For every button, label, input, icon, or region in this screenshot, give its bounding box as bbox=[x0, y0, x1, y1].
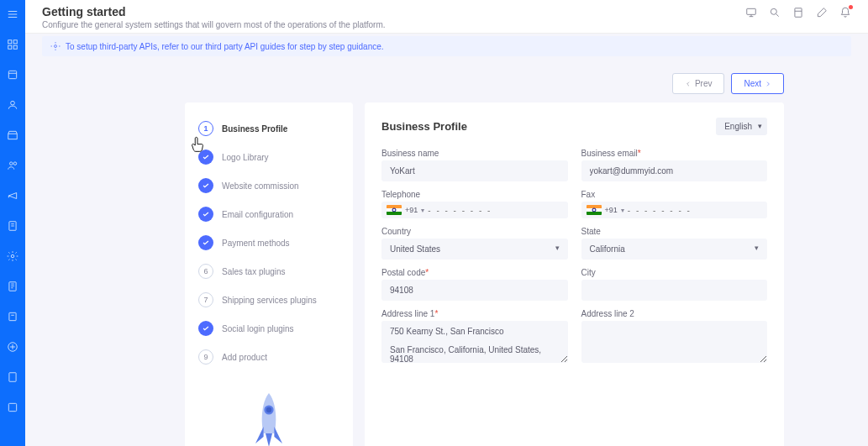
step-9[interactable]: 9Add product bbox=[198, 349, 339, 365]
sidebar-blog-icon[interactable] bbox=[5, 309, 20, 324]
sidebar-import-icon[interactable] bbox=[5, 339, 20, 354]
sidebar-promo-icon[interactable] bbox=[5, 188, 20, 203]
flag-icon-india bbox=[387, 205, 402, 215]
check-icon bbox=[198, 207, 213, 222]
step-label: Logo Library bbox=[222, 153, 269, 162]
check-icon bbox=[198, 150, 213, 165]
svg-rect-17 bbox=[795, 8, 802, 18]
label-business-email: Business email* bbox=[581, 149, 768, 158]
business-email-input[interactable] bbox=[581, 160, 768, 181]
step-label: Email configuration bbox=[222, 210, 293, 219]
address2-textarea[interactable] bbox=[581, 321, 768, 363]
svg-rect-2 bbox=[8, 45, 12, 49]
svg-rect-3 bbox=[13, 45, 17, 49]
check-icon bbox=[198, 178, 213, 193]
chevron-down-icon[interactable]: ▾ bbox=[621, 207, 624, 214]
step-1[interactable]: 1Business Profile bbox=[198, 121, 339, 136]
telephone-input[interactable]: +91 ▾ bbox=[381, 202, 568, 218]
label-fax: Fax bbox=[581, 190, 768, 199]
calculator-icon[interactable] bbox=[792, 7, 804, 18]
page-title: Getting started bbox=[42, 5, 745, 18]
svg-point-5 bbox=[11, 101, 15, 105]
info-text: To setup third-party APIs, refer to our … bbox=[66, 42, 384, 51]
chevron-down-icon[interactable]: ▾ bbox=[421, 207, 424, 214]
check-icon bbox=[198, 321, 213, 336]
step-5[interactable]: Payment methods bbox=[198, 235, 339, 250]
svg-rect-1 bbox=[13, 40, 17, 44]
nav-buttons: Prev Next bbox=[25, 56, 868, 102]
next-button[interactable]: Next bbox=[731, 73, 784, 94]
language-select[interactable]: English bbox=[716, 118, 767, 135]
step-6[interactable]: 6Sales tax plugins bbox=[198, 264, 339, 279]
sidebar-dashboard-icon[interactable] bbox=[5, 37, 20, 52]
sidebar-reports-icon[interactable] bbox=[5, 218, 20, 233]
svg-rect-4 bbox=[8, 71, 16, 78]
label-postal-code: Postal code* bbox=[381, 268, 568, 277]
content-row: 1Business ProfileLogo LibraryWebsite com… bbox=[25, 102, 868, 446]
sidebar-requests-icon[interactable] bbox=[5, 279, 20, 294]
postal-code-input[interactable] bbox=[381, 280, 568, 301]
step-label: Shipping services plugins bbox=[222, 296, 317, 305]
svg-point-7 bbox=[13, 162, 17, 165]
check-icon bbox=[198, 235, 213, 250]
step-number: 9 bbox=[198, 349, 213, 365]
step-label: Payment methods bbox=[222, 239, 290, 248]
business-name-input[interactable] bbox=[381, 160, 568, 181]
svg-rect-11 bbox=[9, 312, 16, 320]
step-7[interactable]: 7Shipping services plugins bbox=[198, 292, 339, 307]
search-icon[interactable] bbox=[769, 7, 781, 18]
step-label: Business Profile bbox=[222, 124, 287, 134]
city-input[interactable] bbox=[581, 280, 768, 301]
svg-rect-13 bbox=[9, 373, 16, 382]
sidebar-catalog-icon[interactable] bbox=[5, 67, 20, 82]
svg-rect-0 bbox=[8, 40, 12, 44]
sidebar bbox=[0, 0, 25, 446]
dial-code: +91 bbox=[405, 206, 418, 214]
svg-rect-14 bbox=[8, 403, 16, 411]
svg-point-18 bbox=[55, 45, 57, 48]
step-label: Sales tax plugins bbox=[222, 267, 286, 276]
svg-point-6 bbox=[10, 162, 13, 165]
step-label: Website commission bbox=[222, 181, 299, 191]
svg-rect-10 bbox=[9, 282, 16, 291]
step-8[interactable]: Social login plugins bbox=[198, 321, 339, 336]
eraser-icon[interactable] bbox=[816, 7, 828, 18]
svg-point-9 bbox=[11, 254, 14, 258]
svg-rect-15 bbox=[747, 8, 756, 14]
state-select[interactable]: California bbox=[581, 239, 768, 260]
sidebar-users-icon[interactable] bbox=[5, 97, 20, 113]
gear-icon bbox=[50, 41, 60, 51]
label-state: State bbox=[581, 227, 768, 236]
flag-icon-india bbox=[587, 205, 602, 215]
svg-point-20 bbox=[266, 407, 271, 412]
fax-input[interactable]: +91 ▾ bbox=[581, 202, 768, 218]
svg-point-16 bbox=[771, 8, 776, 14]
chevron-right-icon bbox=[765, 81, 771, 87]
sidebar-tax-icon[interactable] bbox=[5, 370, 20, 385]
step-2[interactable]: Logo Library bbox=[198, 150, 339, 165]
page-header: Getting started Configure the general sy… bbox=[25, 0, 868, 34]
next-label: Next bbox=[744, 79, 761, 88]
label-city: City bbox=[581, 268, 768, 277]
sidebar-misc-icon[interactable] bbox=[5, 400, 20, 415]
info-bar: To setup third-party APIs, refer to our … bbox=[42, 36, 851, 56]
step-number: 6 bbox=[198, 264, 213, 279]
telephone-number-input[interactable] bbox=[428, 206, 562, 215]
chevron-left-icon bbox=[685, 81, 692, 87]
country-select[interactable]: United States bbox=[381, 239, 568, 260]
prev-button[interactable]: Prev bbox=[672, 73, 725, 94]
sidebar-shop-icon[interactable] bbox=[5, 128, 20, 143]
address1-textarea[interactable]: 750 Kearny St., San Francisco San Franci… bbox=[381, 321, 568, 363]
fax-number-input[interactable] bbox=[628, 206, 762, 215]
step-3[interactable]: Website commission bbox=[198, 178, 339, 193]
sidebar-seller-icon[interactable] bbox=[5, 158, 20, 173]
bell-icon[interactable] bbox=[839, 7, 851, 18]
sidebar-settings-icon[interactable] bbox=[5, 249, 20, 264]
step-4[interactable]: Email configuration bbox=[198, 207, 339, 222]
desktop-icon[interactable] bbox=[745, 7, 757, 18]
label-telephone: Telephone bbox=[381, 190, 568, 199]
step-label: Add product bbox=[222, 353, 267, 362]
menu-toggle[interactable] bbox=[5, 7, 20, 22]
label-country: Country bbox=[381, 227, 568, 236]
form-card: Business Profile English Business name B… bbox=[365, 102, 784, 446]
